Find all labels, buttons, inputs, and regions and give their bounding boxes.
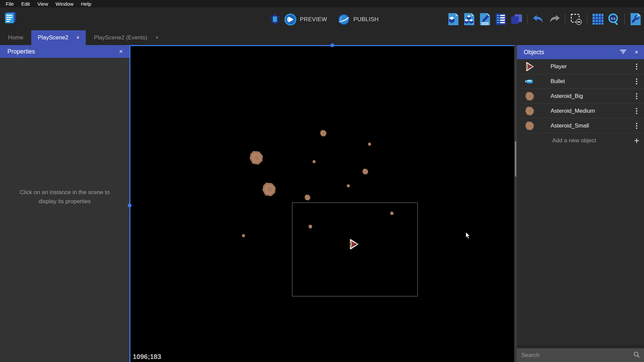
cursor-coordinates: 1096;183 xyxy=(133,353,161,361)
asteroid-instance[interactable] xyxy=(347,183,350,187)
object-name: Bullet xyxy=(551,78,565,85)
asteroid-instance[interactable] xyxy=(312,159,316,162)
object-name: Asteroid_Small xyxy=(551,122,589,129)
tab-label: PlayScene2 (Events) xyxy=(94,34,147,41)
asteroid-instance[interactable] xyxy=(390,211,394,215)
menu-window[interactable]: Window xyxy=(52,1,77,7)
close-icon[interactable]: × xyxy=(119,48,123,55)
publish-globe-icon[interactable] xyxy=(338,12,350,27)
menu-edit[interactable]: Edit xyxy=(17,1,34,7)
tab-label: PlayScene2 xyxy=(38,34,68,41)
preview-button[interactable]: PREVIEW xyxy=(300,16,327,23)
svg-text:1:1: 1:1 xyxy=(611,16,615,20)
toolbar-separator xyxy=(565,14,565,25)
menu-file[interactable]: File xyxy=(2,1,17,7)
gdevelop-window: FileEditViewWindowHelp xyxy=(0,0,644,362)
menu-help[interactable]: Help xyxy=(77,1,95,7)
redo-icon[interactable] xyxy=(548,12,560,26)
object-groups-icon[interactable] xyxy=(463,12,475,26)
asteroid-instance[interactable] xyxy=(261,182,277,197)
properties-panel: Properties × Click on an instance in the… xyxy=(0,45,129,362)
plus-icon[interactable]: + xyxy=(634,136,639,145)
object-name: Asteroid_Big xyxy=(551,93,583,100)
tab-playscene2[interactable]: PlayScene2× xyxy=(31,30,86,45)
search-input[interactable] xyxy=(517,352,644,359)
player-instance[interactable] xyxy=(348,239,360,250)
asteroid-icon xyxy=(524,106,535,116)
add-new-object-label: Add a new object xyxy=(552,137,596,144)
toolbar-separator xyxy=(527,14,528,25)
object-menu-icon[interactable] xyxy=(636,64,637,70)
mouse-cursor-icon xyxy=(466,232,471,241)
filter-icon[interactable] xyxy=(620,49,627,55)
properties-panel-title: Properties xyxy=(7,48,35,55)
canvas-top-handle[interactable] xyxy=(330,43,334,47)
preview-play-icon[interactable] xyxy=(284,12,296,27)
asteroid-instance[interactable] xyxy=(249,150,264,166)
object-menu-icon[interactable] xyxy=(636,123,637,129)
properties-editor-icon[interactable] xyxy=(479,12,491,26)
project-manager-icon[interactable] xyxy=(3,10,17,26)
toolbar-separator xyxy=(625,14,625,25)
tab-label: Home xyxy=(8,34,23,41)
asteroid-instance[interactable] xyxy=(320,130,327,137)
objects-editor-icon[interactable] xyxy=(447,12,459,26)
object-menu-icon[interactable] xyxy=(636,78,637,84)
search-icon xyxy=(633,351,640,359)
object-menu-icon[interactable] xyxy=(636,108,637,114)
object-name: Asteroid_Medium xyxy=(551,108,595,114)
asteroid-instance[interactable] xyxy=(304,194,311,201)
properties-panel-header: Properties × xyxy=(0,45,129,58)
player-ship-icon xyxy=(524,61,535,72)
publish-button[interactable]: PUBLISH xyxy=(353,16,379,23)
deselect-icon[interactable] xyxy=(570,12,582,26)
menu-view[interactable]: View xyxy=(34,1,52,7)
tab-home[interactable]: Home xyxy=(0,30,31,45)
tab-bar: HomePlayScene2×PlayScene2 (Events)× xyxy=(0,30,644,45)
objects-search xyxy=(517,345,644,362)
close-icon[interactable]: × xyxy=(76,35,79,41)
asteroid-icon xyxy=(524,91,535,102)
object-name: Player xyxy=(551,63,567,70)
layers-editor-icon[interactable] xyxy=(511,12,523,26)
asteroid-instance[interactable] xyxy=(362,168,369,175)
object-row-bullet[interactable]: Bullet xyxy=(517,74,644,89)
scrollbar-thumb[interactable] xyxy=(515,141,516,177)
objects-panel-title: Objects xyxy=(524,49,544,56)
asteroid-instance[interactable] xyxy=(242,233,245,237)
canvas-scrollbar[interactable] xyxy=(514,45,517,362)
grid-icon[interactable] xyxy=(592,12,604,26)
scene-canvas[interactable]: 1096;183 xyxy=(129,45,514,362)
add-new-object-button[interactable]: Add a new object+ xyxy=(517,133,644,148)
objects-panel: Objects × PlayerBulletAsteroid_BigAstero… xyxy=(517,45,644,362)
toolbar: PREVIEW PUBLISH 1:1 xyxy=(0,7,644,30)
search-divider xyxy=(517,345,644,348)
asteroid-instance[interactable] xyxy=(368,141,371,145)
canvas-left-handle[interactable] xyxy=(128,204,131,207)
object-row-asteroid_big[interactable]: Asteroid_Big xyxy=(517,89,644,104)
zoom-1-1-icon[interactable]: 1:1 xyxy=(608,12,620,26)
close-icon[interactable]: × xyxy=(635,48,638,56)
close-icon[interactable]: × xyxy=(155,35,158,41)
object-row-asteroid_small[interactable]: Asteroid_Small xyxy=(517,118,644,133)
scene-properties-icon[interactable] xyxy=(630,12,642,26)
object-row-player[interactable]: Player xyxy=(517,59,644,74)
undo-icon[interactable] xyxy=(532,12,545,26)
tab-playscene2-events-[interactable]: PlayScene2 (Events)× xyxy=(86,30,166,45)
properties-empty-message: Click on an instance in the scene to dis… xyxy=(0,188,129,206)
debugger-icon[interactable] xyxy=(269,12,281,27)
asteroid-icon xyxy=(524,120,535,131)
object-menu-icon[interactable] xyxy=(636,93,637,99)
object-row-asteroid_medium[interactable]: Asteroid_Medium xyxy=(517,104,644,118)
asteroid-instance[interactable] xyxy=(308,224,313,228)
menu-bar: FileEditViewWindowHelp xyxy=(0,0,644,7)
toolbar-separator xyxy=(587,14,587,25)
instances-list-icon[interactable] xyxy=(495,12,507,26)
objects-panel-header: Objects × xyxy=(517,45,644,59)
bullet-icon xyxy=(524,76,535,87)
